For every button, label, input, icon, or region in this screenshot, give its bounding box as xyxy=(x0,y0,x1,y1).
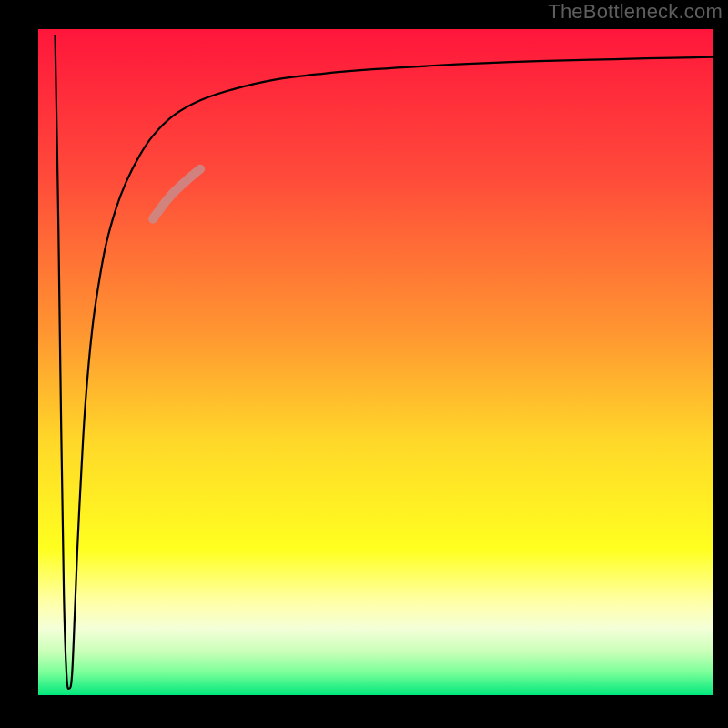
bottleneck-chart xyxy=(0,0,728,728)
chart-plot-area xyxy=(38,29,713,695)
chart-container: TheBottleneck.com xyxy=(0,0,728,728)
watermark-text: TheBottleneck.com xyxy=(548,0,723,24)
